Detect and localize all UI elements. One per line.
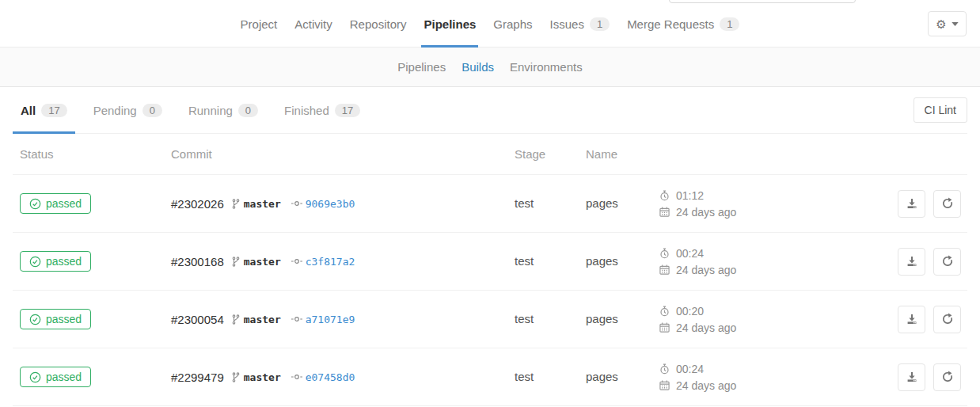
nav-item-graphs[interactable]: Graphs (493, 0, 532, 48)
subnav-item-pipelines[interactable]: Pipelines (397, 60, 446, 74)
build-id-link[interactable]: #2299479 (171, 371, 224, 384)
status-label: passed (46, 371, 82, 383)
download-artifacts-button[interactable] (898, 248, 925, 276)
check-circle-icon (29, 256, 41, 268)
commit-sha-link[interactable]: 9069e3b0 (306, 198, 355, 210)
branch-link[interactable]: master (244, 371, 281, 383)
stage-label: test (515, 196, 534, 210)
branch-icon (232, 372, 240, 382)
download-artifacts-button[interactable] (898, 190, 925, 218)
tab-all-count-badge: 17 (41, 104, 66, 117)
branch-icon (232, 314, 240, 325)
nav-item-pipelines[interactable]: Pipelines (424, 0, 476, 48)
branch-link[interactable]: master (244, 198, 281, 210)
pipelines-sub-nav: Pipelines Builds Environments (0, 48, 980, 87)
retry-build-button[interactable] (933, 190, 961, 218)
tab-running[interactable]: Running 0 (180, 87, 266, 133)
commit-icon (291, 373, 302, 381)
commit-sha-link[interactable]: c3f817a2 (306, 256, 355, 268)
check-circle-icon (29, 371, 41, 383)
subnav-item-builds[interactable]: Builds (462, 60, 494, 74)
check-circle-icon (29, 198, 41, 210)
download-artifacts-button[interactable] (898, 306, 925, 333)
branch-link[interactable]: master (244, 256, 281, 268)
tab-all[interactable]: All 17 (13, 87, 75, 133)
duration-icon (659, 306, 670, 317)
project-top-bar: Project Activity Repository Pipelines Gr… (0, 0, 980, 48)
check-circle-icon (29, 314, 41, 325)
build-row: passed #2299479 master e07458d0 test pag… (13, 348, 967, 406)
issues-count-badge: 1 (590, 17, 610, 31)
build-finished-at: 24 days ago (676, 379, 736, 392)
header-commit: Commit (171, 147, 515, 161)
commit-sha-link[interactable]: a71071e9 (306, 314, 355, 325)
download-icon (906, 197, 918, 210)
header-name: Name (586, 147, 659, 161)
branch-link[interactable]: master (244, 314, 281, 325)
tab-label: Finished (284, 104, 329, 117)
build-name-link[interactable]: pages (586, 312, 618, 325)
build-id-link[interactable]: #2300168 (171, 255, 224, 268)
build-id-link[interactable]: #2302026 (171, 197, 224, 211)
nav-item-activity[interactable]: Activity (294, 0, 332, 48)
build-row: passed #2302026 master 9069e3b0 test pag… (13, 175, 967, 233)
builds-filter-tabs: All 17 Pending 0 Running 0 Finished 17 C… (13, 87, 967, 134)
duration-icon (659, 248, 670, 259)
duration-icon (659, 190, 670, 201)
build-row: passed #2300168 master c3f817a2 test pag… (13, 233, 967, 291)
stage-label: test (515, 254, 534, 268)
branch-icon (232, 199, 240, 209)
project-settings-dropdown-button[interactable]: ⚙ (928, 11, 967, 36)
download-icon (906, 371, 918, 383)
status-label: passed (46, 197, 82, 210)
commit-sha-link[interactable]: e07458d0 (306, 371, 355, 383)
nav-item-label: Issues (550, 17, 584, 31)
retry-icon (941, 197, 954, 210)
build-duration: 00:24 (676, 247, 704, 260)
status-label: passed (46, 313, 82, 325)
retry-icon (941, 255, 954, 268)
calendar-icon (659, 380, 670, 390)
retry-build-button[interactable] (933, 363, 961, 391)
status-badge[interactable]: passed (20, 251, 91, 272)
subnav-item-environments[interactable]: Environments (510, 60, 583, 74)
build-finished-at: 24 days ago (676, 206, 736, 219)
tab-label: Pending (93, 104, 137, 117)
retry-icon (941, 313, 954, 325)
status-badge[interactable]: passed (20, 309, 91, 329)
status-badge[interactable]: passed (20, 367, 91, 387)
tab-label: All (21, 104, 36, 117)
calendar-icon (659, 322, 670, 333)
retry-build-button[interactable] (933, 306, 961, 333)
stage-label: test (515, 312, 534, 325)
builds-table-header: Status Commit Stage Name (13, 134, 967, 175)
build-row: passed #2300054 master a71071e9 test pag… (13, 291, 967, 348)
download-artifacts-button[interactable] (898, 363, 925, 391)
nav-item-issues[interactable]: Issues 1 (550, 0, 610, 48)
build-name-link[interactable]: pages (586, 254, 618, 268)
nav-item-repository[interactable]: Repository (350, 0, 407, 48)
build-duration: 00:20 (676, 305, 704, 318)
nav-item-project[interactable]: Project (241, 0, 278, 48)
header-status: Status (13, 147, 171, 161)
retry-build-button[interactable] (933, 248, 961, 276)
gear-icon: ⚙ (936, 18, 946, 30)
build-name-link[interactable]: pages (586, 370, 618, 383)
build-name-link[interactable]: pages (586, 196, 618, 210)
commit-icon (291, 200, 302, 207)
nav-item-merge-requests[interactable]: Merge Requests 1 (627, 0, 739, 48)
tab-label: Running (188, 104, 233, 117)
branch-icon (232, 257, 240, 267)
tab-pending[interactable]: Pending 0 (85, 87, 170, 133)
tab-finished[interactable]: Finished 17 (276, 87, 368, 133)
nav-item-label: Merge Requests (627, 17, 714, 31)
build-id-link[interactable]: #2300054 (171, 313, 224, 326)
tab-running-count-badge: 0 (238, 104, 258, 117)
download-icon (906, 313, 918, 325)
download-icon (906, 255, 918, 268)
commit-icon (291, 257, 302, 265)
caret-down-icon (952, 22, 959, 26)
status-badge[interactable]: passed (20, 193, 91, 214)
ci-lint-button[interactable]: CI Lint (914, 97, 967, 123)
duration-icon (659, 363, 670, 375)
